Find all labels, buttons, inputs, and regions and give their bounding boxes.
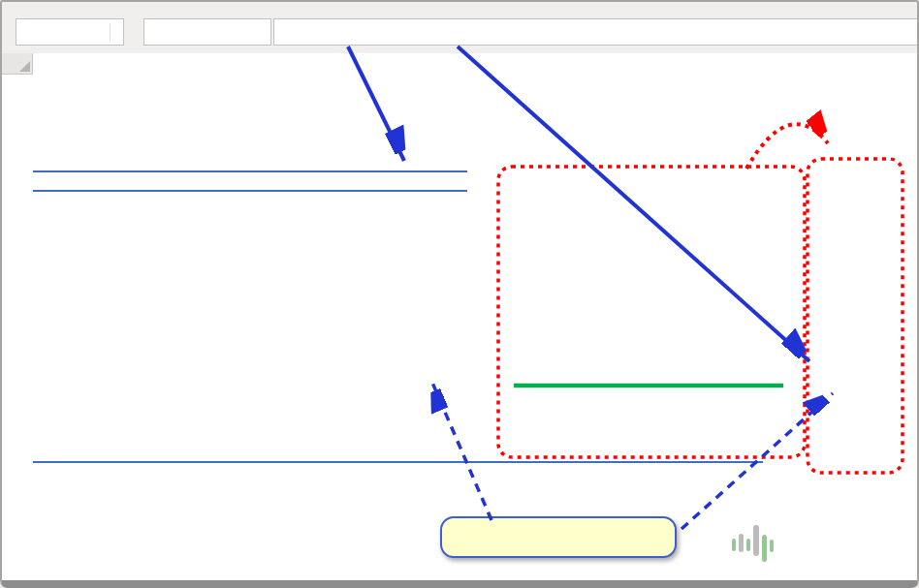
equalizer-bars-icon bbox=[731, 523, 776, 564]
name-box-dropdown-icon[interactable] bbox=[110, 23, 117, 41]
select-all-corner[interactable] bbox=[2, 53, 33, 75]
mister-office-watermark bbox=[731, 523, 781, 564]
formula-input[interactable] bbox=[273, 18, 917, 46]
position-callout bbox=[440, 516, 677, 558]
table-top-border bbox=[33, 170, 467, 172]
formula-bar-area bbox=[2, 2, 917, 53]
name-box[interactable] bbox=[16, 18, 124, 46]
worksheet-grid[interactable] bbox=[2, 53, 919, 580]
conditions-note bbox=[496, 152, 804, 171]
excel-window bbox=[0, 0, 919, 588]
formula-buttons bbox=[143, 18, 271, 46]
table-header-border bbox=[33, 190, 467, 192]
table-bottom-border bbox=[33, 461, 763, 463]
